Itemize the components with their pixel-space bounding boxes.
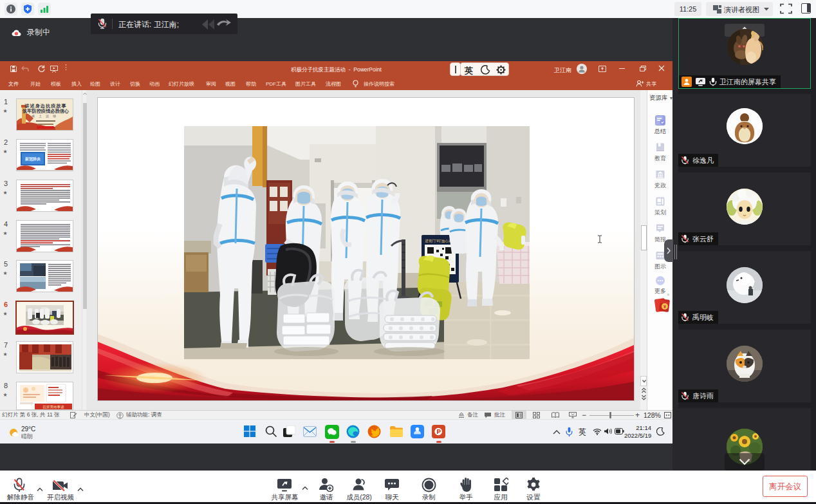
svg-text:¥: ¥ [663,304,666,309]
svg-text:成上运动: 成上运动 [31,114,60,118]
svg-text:新冠肺炎: 新冠肺炎 [24,156,41,162]
svg-text:抗疫英雄事迹: 抗疫英雄事迹 [43,405,65,409]
svg-text:筑牢防控疫情必胜信心: 筑牢防控疫情必胜信心 [22,108,70,114]
